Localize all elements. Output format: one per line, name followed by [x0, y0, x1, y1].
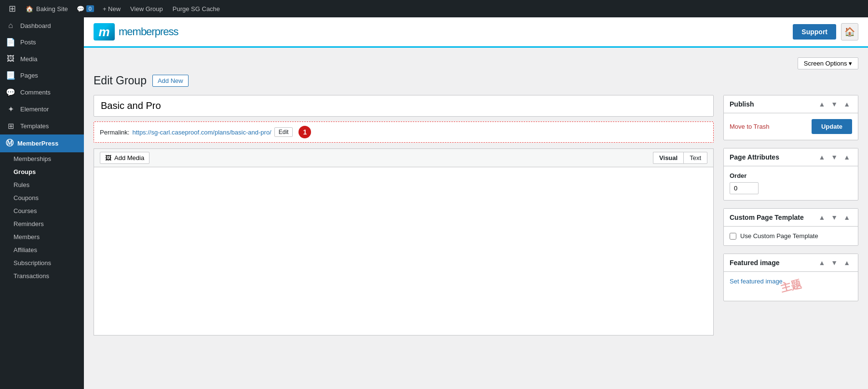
- mp-logo: m memberpress: [94, 23, 178, 40]
- memberpress-label: MemberPress: [17, 140, 58, 147]
- sidebar-item-elementor[interactable]: ✦ Elementor: [0, 101, 84, 118]
- custom-template-down[interactable]: ▼: [829, 213, 840, 222]
- sidebar-item-templates[interactable]: ⊞ Templates: [0, 118, 84, 134]
- memberpress-sub-menu: Memberships Groups Rules Coupons Courses…: [0, 152, 84, 282]
- sidebar-dashboard-label: Dashboard: [20, 22, 51, 29]
- publish-collapse-down[interactable]: ▼: [829, 99, 840, 109]
- custom-template-toggle[interactable]: ▲: [841, 213, 852, 222]
- purge-cache-label: Purge SG Cache: [173, 5, 220, 13]
- text-tab[interactable]: Text: [683, 152, 707, 164]
- editor-body[interactable]: [94, 167, 714, 335]
- view-group-item[interactable]: View Group: [125, 0, 168, 17]
- site-name-label: Baking Site: [36, 5, 68, 13]
- set-featured-image-link[interactable]: Set featured image: [730, 278, 783, 285]
- house-icon: 🏠: [26, 5, 33, 13]
- mp-logo-text: memberpress: [119, 26, 178, 38]
- sidebar-item-pages[interactable]: 📃 Pages: [0, 67, 84, 84]
- sidebar-item-posts[interactable]: 📄 Posts: [0, 34, 84, 51]
- new-label: + New: [103, 5, 121, 13]
- sidebar: ⌂ Dashboard 📄 Posts 🖼 Media 📃 Pages 💬 Co…: [0, 17, 84, 389]
- publish-toggle[interactable]: ▲: [841, 99, 852, 109]
- featured-image-meta-box: Featured image ▲ ▼ ▲ Set featured image …: [723, 254, 858, 301]
- page-attributes-meta-box: Page Attributes ▲ ▼ ▲ Order: [723, 148, 858, 201]
- comment-count-badge: 0: [86, 5, 94, 12]
- mp-header-actions: Support 🏠: [793, 23, 858, 40]
- content-header: Edit Group Add New: [94, 74, 858, 87]
- support-button[interactable]: Support: [793, 24, 836, 40]
- sidebar-item-comments[interactable]: 💬 Comments: [0, 84, 84, 101]
- sidebar-item-memberships[interactable]: Memberships: [0, 152, 84, 165]
- site-name-item[interactable]: 🏠 Baking Site: [21, 0, 73, 17]
- custom-template-title: Custom Page Template: [730, 214, 804, 221]
- sidebar-item-subscriptions[interactable]: Subscriptions: [0, 256, 84, 269]
- use-custom-template-label[interactable]: Use Custom Page Template: [740, 232, 818, 240]
- screen-options-bar: Screen Options ▾: [94, 57, 858, 69]
- memberpress-header[interactable]: Ⓜ MemberPress: [0, 134, 84, 152]
- comment-icon: 💬: [77, 5, 84, 13]
- order-input[interactable]: [730, 182, 759, 194]
- publish-meta-box-body: Move to Trash Update: [724, 113, 858, 140]
- permalink-label: Permalink:: [100, 129, 129, 136]
- featured-image-up[interactable]: ▲: [816, 258, 827, 268]
- page-attrs-down[interactable]: ▼: [829, 152, 840, 162]
- new-item[interactable]: + New: [98, 0, 125, 17]
- dashboard-icon: ⌂: [6, 21, 15, 30]
- use-custom-template-checkbox[interactable]: [730, 233, 736, 240]
- sidebar-item-reminders[interactable]: Reminders: [0, 217, 84, 230]
- sidebar-item-dashboard[interactable]: ⌂ Dashboard: [0, 17, 84, 34]
- publish-meta-box-header: Publish ▲ ▼ ▲: [724, 95, 858, 113]
- edit-sidebar: Publish ▲ ▼ ▲ Move to Trash Update: [723, 95, 858, 309]
- add-media-icon: 🖼: [105, 154, 111, 161]
- wp-logo-item[interactable]: ⊞: [4, 0, 21, 17]
- publish-collapse-up[interactable]: ▲: [816, 99, 827, 109]
- publish-actions: Move to Trash Update: [730, 119, 852, 134]
- order-label: Order: [730, 172, 852, 179]
- custom-template-header: Custom Page Template ▲ ▼ ▲: [724, 209, 858, 227]
- page-attrs-up[interactable]: ▲: [816, 152, 827, 162]
- sidebar-elementor-label: Elementor: [20, 106, 49, 113]
- add-media-label: Add Media: [114, 154, 144, 161]
- move-to-trash-link[interactable]: Move to Trash: [730, 123, 769, 130]
- update-button[interactable]: Update: [812, 119, 852, 134]
- elementor-icon: ✦: [6, 105, 15, 114]
- main-content: m memberpress Support 🏠 Screen Options ▾…: [84, 17, 868, 389]
- sidebar-item-members[interactable]: Members: [0, 230, 84, 243]
- permalink-link[interactable]: https://sg-carl.caseproof.com/plans/basi…: [132, 129, 271, 136]
- add-new-button[interactable]: Add New: [152, 75, 189, 87]
- visual-tab[interactable]: Visual: [653, 152, 683, 164]
- sidebar-item-transactions[interactable]: Transactions: [0, 269, 84, 282]
- sidebar-comments-label: Comments: [20, 89, 51, 96]
- purge-cache-item[interactable]: Purge SG Cache: [168, 0, 225, 17]
- permalink-bar: Permalink: https://sg-carl.caseproof.com…: [94, 121, 714, 143]
- sidebar-posts-label: Posts: [20, 39, 36, 46]
- custom-template-up[interactable]: ▲: [816, 213, 827, 222]
- custom-template-controls: ▲ ▼ ▲: [816, 213, 852, 222]
- sidebar-item-groups[interactable]: Groups: [0, 165, 84, 178]
- comments-item[interactable]: 💬 0: [73, 0, 98, 17]
- sidebar-item-media[interactable]: 🖼 Media: [0, 51, 84, 67]
- comments-icon: 💬: [6, 88, 15, 97]
- page-attrs-toggle[interactable]: ▲: [841, 152, 852, 162]
- posts-icon: 📄: [6, 38, 15, 47]
- sidebar-item-affiliates[interactable]: Affiliates: [0, 243, 84, 256]
- add-media-button[interactable]: 🖼 Add Media: [100, 152, 149, 164]
- featured-image-header: Featured image ▲ ▼ ▲: [724, 254, 858, 272]
- edit-slug-button[interactable]: Edit: [274, 127, 293, 137]
- sidebar-item-coupons[interactable]: Coupons: [0, 191, 84, 204]
- page-attributes-title: Page Attributes: [730, 153, 779, 161]
- page-attributes-controls: ▲ ▼ ▲: [816, 152, 852, 162]
- memberpress-icon: Ⓜ: [6, 138, 14, 148]
- title-input[interactable]: [94, 95, 714, 117]
- sidebar-item-rules[interactable]: Rules: [0, 178, 84, 191]
- featured-image-toggle[interactable]: ▲: [841, 258, 852, 268]
- custom-template-meta-box: Custom Page Template ▲ ▼ ▲ Use Custom Pa…: [723, 208, 858, 246]
- publish-controls: ▲ ▼ ▲: [816, 99, 852, 109]
- page-title: Edit Group: [94, 74, 147, 87]
- sidebar-item-courses[interactable]: Courses: [0, 204, 84, 217]
- home-icon-button[interactable]: 🏠: [841, 23, 858, 40]
- featured-image-title: Featured image: [730, 259, 779, 267]
- sidebar-pages-label: Pages: [20, 72, 38, 79]
- screen-options-button[interactable]: Screen Options ▾: [798, 57, 858, 69]
- publish-title: Publish: [730, 100, 754, 108]
- featured-image-down[interactable]: ▼: [829, 258, 840, 268]
